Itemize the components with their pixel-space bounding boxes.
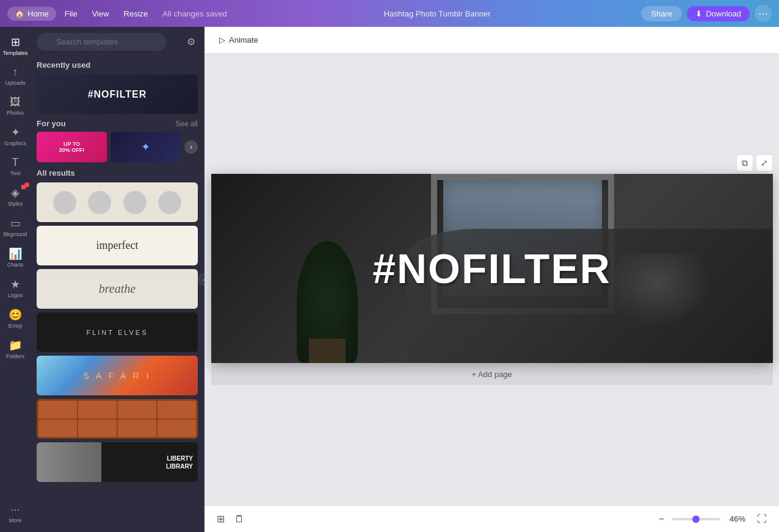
nav-right: Share ⬇ Download ⋯ (641, 5, 772, 22)
for-you-item-pink[interactable]: UP TO 20% OFF! (37, 132, 107, 162)
for-you-item-dark[interactable]: ✦ (111, 132, 181, 162)
file-label: File (65, 9, 78, 18)
sidebar-item-styles[interactable]: ◈ Styles (1, 182, 29, 210)
tmpl-circle-1 (53, 191, 76, 214)
all-results-title: All results (37, 168, 198, 178)
share-button[interactable]: Share (641, 6, 682, 21)
animate-label: Animate (229, 35, 258, 45)
canvas-toolbar: ▷ Animate (205, 27, 779, 54)
graphics-icon: ✦ (11, 126, 20, 139)
charts-icon: 📊 (9, 247, 22, 261)
imperfect-text: imperfect (96, 239, 139, 252)
sidebar-item-charts[interactable]: 📊 Charts (1, 243, 29, 271)
download-icon: ⬇ (695, 9, 702, 18)
fullscreen-button[interactable]: ⛶ (755, 511, 769, 527)
view-menu-button[interactable]: View (86, 7, 115, 21)
library-text: LIBERTY LIBRARY (166, 455, 193, 470)
canvas-viewport[interactable]: ⧉ ⤢ (205, 54, 779, 505)
home-label: Home (27, 9, 49, 18)
template-item-ferns[interactable]: FLINT ELVES (37, 312, 198, 352)
resize-menu-button[interactable]: Resize (118, 7, 154, 21)
template-item-mosaic[interactable] (37, 399, 198, 439)
template-item-imperfect[interactable]: imperfect (37, 226, 198, 265)
notes-button[interactable]: 🗒 (232, 511, 247, 527)
zoom-slider[interactable] (672, 518, 720, 520)
canvas-wrapper: ⧉ ⤢ (211, 174, 773, 385)
recent-thumb-text: #NOFILTER (88, 89, 147, 100)
template-grid: imperfect breathe FLINT ELVES (37, 182, 198, 482)
breathe-text: breathe (99, 282, 136, 296)
sidebar-item-photos[interactable]: 🖼 Photos (1, 92, 29, 120)
canvas-person (602, 253, 712, 326)
tmpl-circle-4 (158, 191, 181, 214)
add-page-bar[interactable]: + Add page (211, 363, 773, 385)
grid-view-button[interactable]: ⊞ (214, 511, 227, 527)
text-icon: T (12, 156, 19, 169)
sidebar-item-text[interactable]: T Text (1, 153, 29, 180)
canvas-main-text[interactable]: #NOFILTER (372, 245, 611, 292)
more-icon: ··· (10, 503, 20, 516)
mosaic-cell-8 (158, 420, 196, 437)
home-icon: 🏠 (15, 9, 24, 18)
tmpl-circle-2 (88, 191, 111, 214)
animate-button[interactable]: ▷ Animate (214, 33, 263, 47)
sidebar-item-more[interactable]: ··· More (1, 500, 29, 527)
sidebar-item-uploads[interactable]: ↑ Uploads (1, 62, 29, 90)
bottom-left: ⊞ 🗒 (214, 511, 247, 527)
zoom-out-button[interactable]: − (656, 511, 667, 527)
for-you-pink-text: UP TO 20% OFF! (59, 141, 85, 153)
resize-label: Resize (124, 9, 148, 18)
styles-badge (21, 185, 26, 189)
for-you-next-button[interactable]: › (184, 140, 198, 154)
bottom-right: − 46% ⛶ (656, 511, 769, 527)
for-you-dark-text: ✦ (141, 140, 150, 154)
filter-button[interactable]: ⚙ (184, 34, 198, 50)
fullscreen-action-button[interactable]: ⤢ (756, 154, 773, 171)
top-nav: 🏠 Home File View Resize All changes save… (0, 0, 779, 27)
main-area: ⊞ Templates ↑ Uploads 🖼 Photos ✦ Graphic… (0, 27, 779, 532)
animate-icon: ▷ (219, 35, 225, 45)
search-wrapper: 🔍 (37, 33, 181, 51)
download-button[interactable]: ⬇ Download (687, 6, 750, 21)
mosaic-cell-2 (78, 401, 117, 419)
emoji-icon: 😊 (9, 308, 22, 322)
for-you-section-header: For you See all (37, 119, 198, 128)
sidebar-item-emoji[interactable]: 😊 Emoji (1, 304, 29, 332)
see-all-link[interactable]: See all (175, 120, 198, 128)
logos-icon: ★ (10, 278, 20, 291)
design-canvas[interactable]: #NOFILTER (211, 174, 773, 363)
sidebar-item-graphics[interactable]: ✦ Graphics (1, 122, 29, 150)
template-item-circles[interactable] (37, 182, 198, 222)
for-you-title: For you (37, 119, 66, 128)
template-item-library[interactable]: LIBERTY LIBRARY (37, 442, 198, 482)
sidebar-item-logos[interactable]: ★ Logos (1, 274, 29, 302)
panel-content: Recently used #NOFILTER For you See all … (31, 56, 204, 532)
template-item-breathe[interactable]: breathe (37, 269, 198, 309)
canvas-area: ▷ Animate ⧉ ⤢ (205, 27, 779, 532)
template-item-safari[interactable]: S A F A R I (37, 356, 198, 395)
home-button[interactable]: 🏠 Home (7, 7, 56, 21)
mosaic-cell-3 (118, 401, 156, 419)
zoom-thumb (692, 516, 700, 523)
more-options-button[interactable]: ⋯ (755, 5, 772, 22)
search-input[interactable] (37, 33, 166, 51)
safari-text: S A F A R I (84, 371, 151, 381)
photos-icon: 🖼 (10, 96, 21, 109)
bottom-bar: ⊞ 🗒 − 46% ⛶ (205, 505, 779, 532)
sidebar-item-templates[interactable]: ⊞ Templates (1, 32, 29, 60)
canvas-pot (309, 339, 346, 363)
recently-used-title: Recently used (37, 60, 198, 70)
for-you-row: UP TO 20% OFF! ✦ › (37, 132, 198, 162)
tmpl-circle-3 (123, 191, 147, 214)
panel-search-bar: 🔍 ⚙ (31, 27, 204, 56)
recently-used-thumb[interactable]: #NOFILTER (37, 74, 198, 114)
styles-icon: ◈ (11, 186, 20, 200)
mosaic-cell-6 (78, 420, 117, 437)
copy-action-button[interactable]: ⧉ (736, 154, 753, 171)
folders-icon: 📁 (9, 339, 22, 352)
file-menu-button[interactable]: File (59, 7, 84, 21)
add-page-label: + Add page (471, 370, 512, 379)
sidebar-item-folders[interactable]: 📁 Folders (1, 335, 29, 363)
templates-panel: 🔍 ⚙ Recently used #NOFILTER For you See … (31, 27, 205, 532)
sidebar-item-background[interactable]: ▭ Bkground (1, 213, 29, 241)
